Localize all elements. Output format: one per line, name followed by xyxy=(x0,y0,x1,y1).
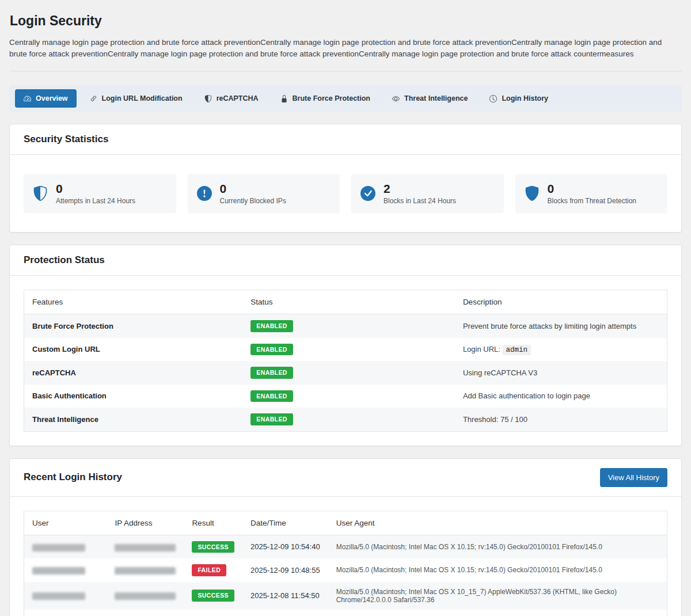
tab-label: reCAPTCHA xyxy=(217,94,259,102)
user-agent: Mozilla/5.0 (Macintosh; Intel Mac OS X 1… xyxy=(328,535,667,558)
security-statistics-card: Security Statistics 0 Attempts in Last 2… xyxy=(9,124,682,233)
security-statistics-body: 0 Attempts in Last 24 Hours 0 Currently … xyxy=(10,155,681,232)
stat-value: 0 xyxy=(220,182,286,195)
stat-text: 0 Blocks from Threat Detection xyxy=(548,182,637,205)
user-agent: Mozilla/5.0 (Macintosh; Intel Mac OS X 1… xyxy=(328,558,667,582)
security-statistics-header: Security Statistics xyxy=(10,124,681,155)
login-datetime: 2025-12-09 10:48:55 xyxy=(242,558,328,582)
protection-status-header: Protection Status xyxy=(10,245,681,276)
stat-text: 0 Currently Blocked IPs xyxy=(220,182,286,205)
redacted-ip-address xyxy=(115,544,176,552)
login-url-code: admin xyxy=(503,345,531,355)
table-row: SUCCESS 2025-12-09 10:54:40 Mozilla/5.0 … xyxy=(24,535,667,558)
tab-brute-force-protection[interactable]: Brute Force Protection xyxy=(272,89,379,108)
column-header: Result xyxy=(184,511,242,535)
eye-icon xyxy=(392,95,400,102)
stat-label: Attempts in Last 24 Hours xyxy=(56,197,135,205)
column-header: User Agent xyxy=(328,511,667,535)
section-title: Recent Login History xyxy=(24,471,122,483)
feature-name: Brute Force Protection xyxy=(24,314,243,338)
protection-status-table: Features Status Description Brute Force … xyxy=(24,290,667,432)
tab-login-history[interactable]: Login History xyxy=(481,89,557,108)
login-datetime: 2025-12-06 11:36:32 xyxy=(242,610,328,616)
login-security-page: Login Security Centrally manage login pa… xyxy=(0,0,691,616)
recent-login-history-body: User IP Address Result Date/Time User Ag… xyxy=(10,497,681,616)
table-row: reCAPTCHA ENABLED Using reCAPTCHA V3 xyxy=(24,361,667,385)
exclamation-circle-icon xyxy=(197,186,212,201)
tab-threat-intelligence[interactable]: Threat Intelligence xyxy=(384,89,476,108)
login-datetime: 2025-12-09 10:54:40 xyxy=(242,535,328,558)
view-all-history-button[interactable]: View All History xyxy=(600,468,667,487)
status-badge: ENABLED xyxy=(250,413,293,425)
stat-blocked-ips: 0 Currently Blocked IPs xyxy=(188,174,340,213)
redacted-ip-address xyxy=(115,592,176,600)
tab-label: Login History xyxy=(502,94,548,102)
stat-text: 0 Attempts in Last 24 Hours xyxy=(56,182,135,205)
clock-icon xyxy=(489,95,497,102)
user-agent: Mozilla/5.0 (Macintosh; Intel Mac OS X 1… xyxy=(328,610,667,616)
column-header: User xyxy=(24,511,107,535)
result-badge: SUCCESS xyxy=(192,590,234,602)
redacted-username xyxy=(32,567,85,575)
table-row: Custom Login URL ENABLED Login URL: admi… xyxy=(24,338,667,362)
column-header: Status xyxy=(242,290,455,314)
page-description: Centrally manage login page protection a… xyxy=(9,37,678,59)
recent-login-history-card: Recent Login History View All History Us… xyxy=(9,458,682,616)
table-row: SUCCESS 2025-12-08 11:54:50 Mozilla/5.0 … xyxy=(24,582,667,610)
login-history-table: User IP Address Result Date/Time User Ag… xyxy=(24,511,667,616)
check-circle-icon xyxy=(360,186,375,201)
redacted-username xyxy=(32,544,85,552)
redacted-ip-address xyxy=(115,567,176,575)
tab-overview[interactable]: Overview xyxy=(15,89,77,108)
stat-text: 2 Blocks in Last 24 Hours xyxy=(384,182,456,205)
table-row: Threat Intelligence ENABLED Threshold: 7… xyxy=(24,408,667,431)
recent-login-history-header: Recent Login History View All History xyxy=(10,459,681,497)
user-agent: Mozilla/5.0 (Macintosh; Intel Mac OS X 1… xyxy=(328,582,667,610)
feature-name: Custom Login URL xyxy=(24,338,243,362)
table-row: SUCCESS 2025-12-06 11:36:32 Mozilla/5.0 … xyxy=(24,610,667,616)
tab-label: Login URL Modification xyxy=(102,94,183,102)
shield-fill-icon xyxy=(525,186,540,201)
column-header: Features xyxy=(24,290,243,314)
result-badge: SUCCESS xyxy=(192,541,234,553)
feature-description: Threshold: 75 / 100 xyxy=(455,408,667,431)
section-title: Protection Status xyxy=(24,254,105,266)
result-badge: FAILED xyxy=(192,564,226,576)
feature-name: reCAPTCHA xyxy=(24,361,243,385)
table-header-row: User IP Address Result Date/Time User Ag… xyxy=(24,511,667,535)
feature-name: Basic Authentication xyxy=(24,385,243,408)
feature-description: Prevent brute force attacks by limiting … xyxy=(455,314,667,338)
table-row: Basic Authentication ENABLED Add Basic a… xyxy=(24,385,667,408)
tab-label: Threat Intelligence xyxy=(404,94,468,102)
stat-attempts-24h: 0 Attempts in Last 24 Hours xyxy=(24,174,176,213)
stats-grid: 0 Attempts in Last 24 Hours 0 Currently … xyxy=(24,174,667,213)
divider xyxy=(9,71,682,71)
stat-value: 2 xyxy=(384,182,456,195)
table-header-row: Features Status Description xyxy=(24,290,667,314)
tab-recaptcha[interactable]: reCAPTCHA xyxy=(196,89,267,108)
status-badge: ENABLED xyxy=(250,390,293,402)
tab-bar: Overview Login URL Modification reCAPTCH… xyxy=(9,85,682,112)
status-badge: ENABLED xyxy=(250,344,293,356)
column-header: Date/Time xyxy=(242,511,328,535)
speedometer-icon xyxy=(24,95,31,102)
column-header: IP Address xyxy=(107,511,184,535)
stat-value: 0 xyxy=(56,182,135,195)
link-icon xyxy=(90,95,97,102)
stat-value: 0 xyxy=(548,182,637,195)
shield-half-icon xyxy=(33,186,48,201)
tab-login-url-modification[interactable]: Login URL Modification xyxy=(81,89,191,108)
login-datetime: 2025-12-08 11:54:50 xyxy=(242,582,328,610)
shield-icon xyxy=(204,95,212,102)
page-title: Login Security xyxy=(9,8,682,30)
stat-blocks-24h: 2 Blocks in Last 24 Hours xyxy=(351,174,504,213)
feature-name: Threat Intelligence xyxy=(24,408,243,431)
feature-description: Add Basic authentication to login page xyxy=(455,385,667,408)
protection-status-card: Protection Status Features Status Descri… xyxy=(9,245,682,446)
stat-threat-blocks: 0 Blocks from Threat Detection xyxy=(515,174,668,213)
tab-label: Overview xyxy=(36,94,68,102)
lock-icon xyxy=(280,95,288,102)
login-url-label: Login URL: xyxy=(463,345,500,353)
column-header: Description xyxy=(455,290,667,314)
status-badge: ENABLED xyxy=(250,367,293,379)
